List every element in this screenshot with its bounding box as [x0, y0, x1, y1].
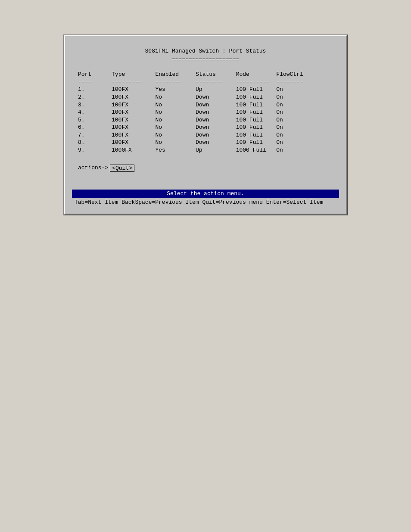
col-header-enabled: Enabled — [155, 71, 179, 78]
actions-line: actions-> <Quit> — [78, 164, 333, 172]
help-line: Tab=Next Item BackSpace=Previous Item Qu… — [72, 198, 339, 207]
table-area: Port Type Enabled Status Mode FlowCtrl -… — [78, 71, 333, 154]
help-text: Tab=Next Item BackSpace=Previous Item Qu… — [75, 199, 323, 205]
col-header-type: Type — [112, 71, 125, 78]
page-title: S081FMi Managed Switch : Port Status — [145, 48, 266, 54]
col-header-port: Port — [78, 71, 91, 78]
underline-line: ==================== — [78, 56, 333, 64]
sep-flowctrl: -------- — [276, 79, 303, 85]
spacer — [78, 154, 333, 162]
terminal-screen: S081FMi Managed Switch : Port Status ===… — [72, 43, 339, 190]
sep-enabled: -------- — [155, 79, 182, 85]
col-header-mode: Mode — [236, 71, 249, 78]
title-line: S081FMi Managed Switch : Port Status — [78, 47, 333, 55]
title-underline: ==================== — [172, 56, 239, 63]
col-header-flowctrl: FlowCtrl — [276, 71, 303, 78]
sep-type: --------- — [112, 79, 142, 85]
status-bar: Select the action menu. — [72, 190, 339, 198]
col-header-status: Status — [196, 71, 216, 78]
sep-mode: ---------- — [236, 79, 270, 85]
terminal-inner: S081FMi Managed Switch : Port Status ===… — [64, 35, 347, 215]
actions-label: actions-> — [78, 164, 108, 172]
terminal-window: S081FMi Managed Switch : Port Status ===… — [63, 34, 348, 215]
quit-button[interactable]: <Quit> — [110, 165, 134, 172]
sep-status: -------- — [196, 79, 222, 85]
sep-port: ---- — [78, 79, 91, 85]
status-message: Select the action menu. — [167, 190, 244, 197]
